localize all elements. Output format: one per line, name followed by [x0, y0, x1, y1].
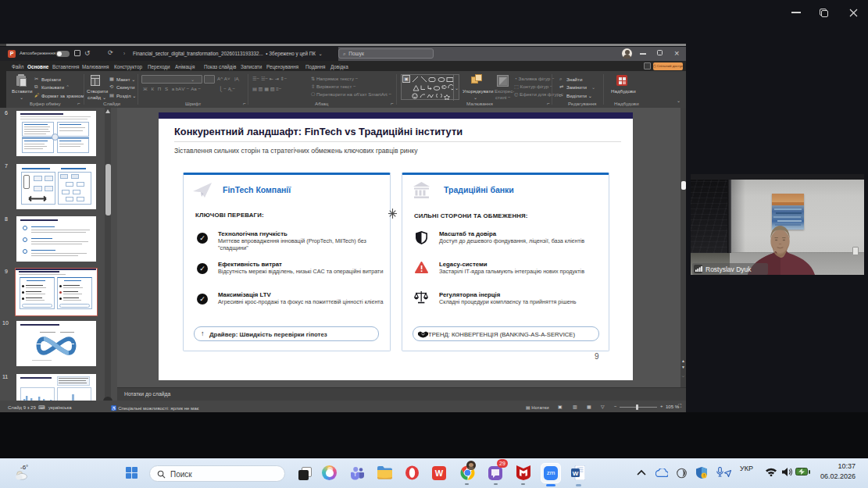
- svg-text:T: T: [353, 471, 357, 478]
- svg-text:W: W: [573, 470, 579, 477]
